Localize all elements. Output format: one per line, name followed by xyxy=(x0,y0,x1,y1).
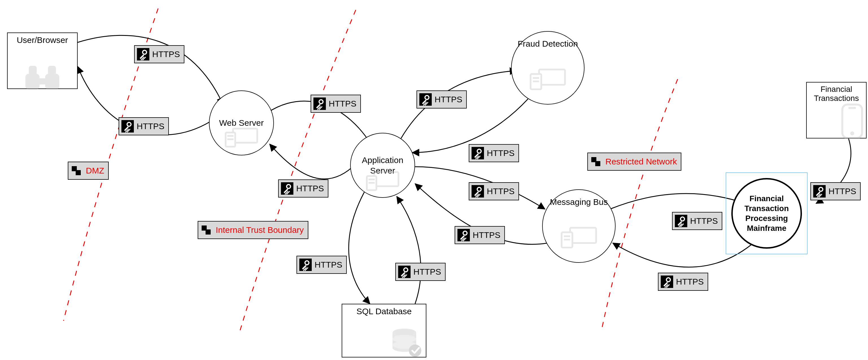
flow-label-app-to-sql: HTTPS xyxy=(297,256,347,274)
database-icon xyxy=(390,328,424,359)
flow-label-app-to-msg: HTTPS xyxy=(469,182,519,200)
flow-label-fintx-to-main: HTTPS xyxy=(810,182,861,200)
node-user-browser: User/Browser xyxy=(7,32,78,89)
node-web-server: Web Server xyxy=(209,90,274,155)
svg-rect-4 xyxy=(48,66,56,76)
flow-label-fraud-to-app: HTTPS xyxy=(469,144,519,162)
svg-point-23 xyxy=(393,341,416,349)
node-sql-database: SQL Database xyxy=(342,304,426,357)
flow-app-to-sql xyxy=(349,192,370,304)
svg-point-21 xyxy=(393,329,416,336)
node-application-server: ApplicationServer xyxy=(350,133,415,198)
svg-rect-25 xyxy=(842,104,862,138)
flow-sql-to-app xyxy=(397,197,421,304)
flow-main-to-msg xyxy=(613,240,757,267)
node-web-server-label: Web Server xyxy=(219,118,264,128)
server-icon xyxy=(224,127,258,148)
key-icon xyxy=(299,259,312,271)
diagram-canvas xyxy=(0,0,868,360)
node-application-server-label: ApplicationServer xyxy=(355,155,410,176)
flow-app-to-web xyxy=(270,144,356,179)
flow-label-sql-to-app: HTTPS xyxy=(395,263,445,281)
key-icon xyxy=(675,215,687,227)
node-fraud-detection-label: Fraud Detection xyxy=(518,38,578,49)
key-icon xyxy=(137,48,149,60)
boundary-icon xyxy=(70,164,83,177)
node-mainframe[interactable]: FinancialTransactionProcessingMainframe xyxy=(731,178,802,249)
svg-point-22 xyxy=(393,335,416,343)
key-icon xyxy=(281,182,293,195)
svg-rect-13 xyxy=(539,69,565,85)
server-icon xyxy=(529,68,566,90)
key-icon xyxy=(121,120,134,132)
flow-label-app-to-fraud: HTTPS xyxy=(416,90,467,109)
svg-rect-10 xyxy=(367,176,376,190)
binoculars-icon xyxy=(23,64,62,90)
svg-rect-5 xyxy=(233,128,257,143)
node-messaging-bus-label: Messaging Bus xyxy=(550,197,608,207)
key-icon xyxy=(419,93,432,106)
key-icon xyxy=(458,229,470,241)
svg-rect-1 xyxy=(45,74,59,90)
flow-label-web-to-app: HTTPS xyxy=(311,95,361,113)
node-financial-tx-label: FinancialTransactions xyxy=(810,85,863,103)
node-user-browser-label: User/Browser xyxy=(17,35,68,45)
boundary-restricted-label: Restricted Network xyxy=(587,153,681,171)
svg-rect-17 xyxy=(570,228,596,243)
svg-rect-0 xyxy=(25,74,39,90)
mobile-icon xyxy=(839,103,865,140)
node-messaging-bus: Messaging Bus xyxy=(542,189,616,263)
flow-label-msg-to-main: HTTPS xyxy=(672,212,722,230)
boundary-dmz-label: DMZ xyxy=(68,162,109,180)
svg-point-24 xyxy=(409,344,421,357)
svg-rect-18 xyxy=(562,232,572,247)
boundary-icon xyxy=(590,155,602,168)
flow-msg-to-main xyxy=(610,193,745,209)
svg-rect-2 xyxy=(38,78,46,85)
flow-label-web-to-user: HTTPS xyxy=(119,117,169,136)
flow-label-msg-to-app: HTTPS xyxy=(455,226,505,244)
key-icon xyxy=(313,97,326,110)
svg-rect-6 xyxy=(226,132,235,147)
key-icon xyxy=(471,147,484,159)
flow-label-main-to-msg: HTTPS xyxy=(658,273,708,291)
key-icon xyxy=(661,275,673,288)
node-mainframe-label: FinancialTransactionProcessingMainframe xyxy=(738,193,796,233)
flow-label-app-to-web: HTTPS xyxy=(278,179,329,198)
boundary-internal-label: Internal Trust Boundary xyxy=(198,221,308,239)
svg-point-26 xyxy=(850,131,854,136)
node-sql-database-label: SQL Database xyxy=(356,307,412,316)
svg-rect-14 xyxy=(531,74,541,89)
key-icon xyxy=(813,185,826,198)
node-financial-tx: FinancialTransactions xyxy=(806,82,867,139)
key-icon xyxy=(398,266,410,278)
flow-label-user-to-web: HTTPS xyxy=(134,45,184,63)
svg-rect-3 xyxy=(29,66,37,76)
boundary-icon xyxy=(200,224,213,236)
node-fraud-detection: Fraud Detection xyxy=(511,31,585,104)
boundary-restricted-curve xyxy=(601,79,678,331)
key-icon xyxy=(471,185,484,198)
server-icon xyxy=(560,226,597,249)
